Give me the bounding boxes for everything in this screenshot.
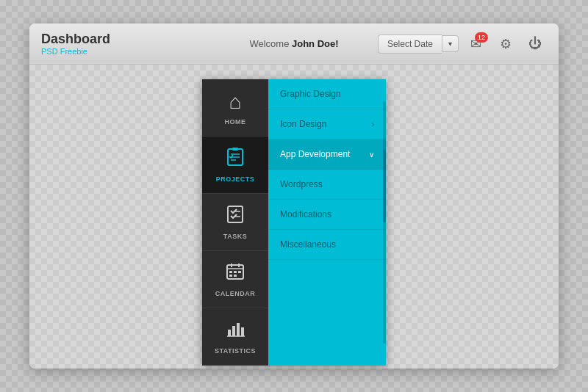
app-subtitle: PSD Freebie bbox=[41, 47, 110, 56]
date-dropdown-button[interactable]: ▾ bbox=[442, 35, 459, 52]
submenu-scrollbar bbox=[383, 101, 386, 344]
svg-rect-13 bbox=[234, 271, 237, 273]
tasks-icon bbox=[226, 205, 245, 228]
submenu-panel: Graphic Design Icon Design › App Develop… bbox=[268, 79, 386, 366]
sidebar: ⌂ HOME PROJECTS bbox=[202, 79, 268, 366]
date-select-button[interactable]: Select Date bbox=[378, 35, 442, 54]
svg-rect-14 bbox=[238, 271, 241, 273]
gear-icon: ⚙ bbox=[500, 36, 512, 52]
main-content: ⌂ HOME PROJECTS bbox=[29, 65, 559, 369]
submenu-label-modifications: Modifications bbox=[280, 209, 331, 219]
submenu-item-wordpress[interactable]: Wordpress bbox=[268, 170, 386, 200]
submenu-scrollbar-thumb bbox=[383, 150, 386, 222]
svg-rect-16 bbox=[234, 275, 237, 277]
sidebar-item-statistics[interactable]: STATISTICS bbox=[202, 308, 268, 366]
header: Dashboard PSD Freebie Welcome John Doe! … bbox=[29, 23, 559, 65]
submenu-item-graphic-design[interactable]: Graphic Design bbox=[268, 79, 386, 109]
home-icon: ⌂ bbox=[229, 90, 242, 114]
welcome-message: Welcome John Doe! bbox=[249, 38, 338, 49]
date-select-group: Select Date ▾ bbox=[378, 35, 459, 54]
brand: Dashboard PSD Freebie bbox=[41, 32, 110, 57]
svg-rect-18 bbox=[232, 326, 235, 336]
sidebar-item-label-projects: PROJECTS bbox=[216, 175, 255, 183]
submenu-label-miscellaneous: Miscellaneous bbox=[280, 239, 336, 250]
submenu-label-wordpress: Wordpress bbox=[280, 179, 323, 189]
svg-rect-12 bbox=[229, 271, 232, 273]
svg-rect-20 bbox=[241, 327, 244, 336]
notification-badge: 12 bbox=[475, 32, 488, 43]
svg-rect-17 bbox=[228, 330, 231, 336]
sidebar-item-calendar[interactable]: CALENDAR bbox=[202, 251, 268, 308]
submenu-arrow-app-development: ∨ bbox=[369, 150, 374, 159]
submenu-item-modifications[interactable]: Modifications bbox=[268, 200, 386, 230]
calendar-icon bbox=[226, 262, 245, 286]
mail-button[interactable]: ✉ 12 bbox=[465, 32, 488, 56]
submenu-item-miscellaneous[interactable]: Miscellaneous bbox=[268, 230, 386, 260]
submenu-label-graphic-design: Graphic Design bbox=[280, 89, 341, 99]
svg-rect-1 bbox=[232, 148, 238, 150]
svg-rect-5 bbox=[228, 206, 243, 222]
sidebar-item-projects[interactable]: PROJECTS bbox=[202, 137, 268, 194]
svg-rect-15 bbox=[229, 275, 232, 277]
submenu-label-icon-design: Icon Design bbox=[280, 119, 326, 129]
submenu-arrow-icon-design: › bbox=[372, 120, 374, 128]
sidebar-item-label-statistics: STATISTICS bbox=[215, 347, 256, 355]
statistics-icon bbox=[226, 319, 245, 343]
projects-icon bbox=[226, 148, 245, 171]
submenu-label-app-development: App Development bbox=[280, 149, 350, 159]
power-button[interactable]: ⏻ bbox=[523, 32, 547, 56]
dashboard-panel: ⌂ HOME PROJECTS bbox=[202, 79, 386, 366]
sidebar-item-home[interactable]: ⌂ HOME bbox=[202, 79, 268, 137]
sidebar-item-label-tasks: TASKS bbox=[223, 233, 247, 240]
submenu-item-icon-design[interactable]: Icon Design › bbox=[268, 109, 386, 139]
sidebar-item-label-calendar: CALENDAR bbox=[215, 290, 256, 297]
submenu-item-app-development[interactable]: App Development ∨ bbox=[268, 139, 386, 170]
welcome-user: John Doe! bbox=[292, 38, 339, 49]
power-icon: ⏻ bbox=[528, 36, 542, 51]
settings-button[interactable]: ⚙ bbox=[494, 32, 517, 56]
sidebar-item-tasks[interactable]: TASKS bbox=[202, 194, 268, 251]
app-container: Dashboard PSD Freebie Welcome John Doe! … bbox=[29, 23, 559, 369]
svg-rect-19 bbox=[237, 323, 240, 336]
sidebar-item-label-home: HOME bbox=[225, 118, 246, 126]
header-actions: Select Date ▾ ✉ 12 ⚙ ⏻ bbox=[378, 32, 547, 56]
app-title: Dashboard bbox=[41, 32, 110, 48]
